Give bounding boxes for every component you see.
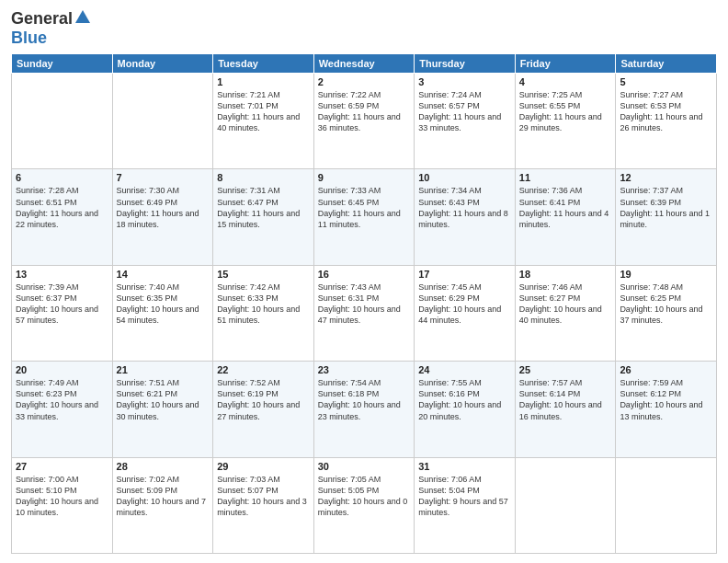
day-info: Sunrise: 7:31 AM Sunset: 6:47 PM Dayligh…	[217, 185, 310, 230]
logo: General Blue	[11, 9, 90, 48]
day-info: Sunrise: 7:21 AM Sunset: 7:01 PM Dayligh…	[217, 89, 310, 134]
day-cell: 7Sunrise: 7:30 AM Sunset: 6:49 PM Daylig…	[112, 169, 213, 265]
header: General Blue	[11, 9, 717, 48]
week-row-3: 13Sunrise: 7:39 AM Sunset: 6:37 PM Dayli…	[12, 265, 717, 361]
day-cell: 25Sunrise: 7:57 AM Sunset: 6:14 PM Dayli…	[515, 362, 616, 457]
day-cell: 31Sunrise: 7:06 AM Sunset: 5:04 PM Dayli…	[415, 457, 516, 553]
day-info: Sunrise: 7:55 AM Sunset: 6:16 PM Dayligh…	[418, 377, 511, 422]
day-number: 11	[519, 172, 612, 183]
header-cell-friday: Friday	[515, 54, 616, 74]
header-cell-thursday: Thursday	[415, 54, 516, 74]
day-info: Sunrise: 7:34 AM Sunset: 6:43 PM Dayligh…	[418, 185, 511, 230]
week-row-5: 27Sunrise: 7:00 AM Sunset: 5:10 PM Dayli…	[12, 457, 717, 553]
day-number: 8	[217, 172, 310, 183]
day-cell: 16Sunrise: 7:43 AM Sunset: 6:31 PM Dayli…	[313, 265, 415, 361]
day-number: 12	[620, 172, 712, 183]
day-info: Sunrise: 7:27 AM Sunset: 6:53 PM Dayligh…	[620, 89, 712, 134]
day-info: Sunrise: 7:28 AM Sunset: 6:51 PM Dayligh…	[16, 185, 108, 230]
day-number: 10	[418, 172, 511, 183]
header-row: SundayMondayTuesdayWednesdayThursdayFrid…	[12, 54, 717, 74]
day-cell: 4Sunrise: 7:25 AM Sunset: 6:55 PM Daylig…	[515, 74, 616, 169]
day-cell: 1Sunrise: 7:21 AM Sunset: 7:01 PM Daylig…	[213, 74, 314, 169]
day-cell: 10Sunrise: 7:34 AM Sunset: 6:43 PM Dayli…	[415, 169, 516, 265]
day-number: 19	[620, 269, 712, 280]
day-info: Sunrise: 7:03 AM Sunset: 5:07 PM Dayligh…	[217, 474, 310, 519]
day-info: Sunrise: 7:02 AM Sunset: 5:09 PM Dayligh…	[117, 474, 210, 519]
day-info: Sunrise: 7:30 AM Sunset: 6:49 PM Dayligh…	[117, 185, 210, 230]
day-info: Sunrise: 7:59 AM Sunset: 6:12 PM Dayligh…	[620, 377, 712, 422]
day-number: 31	[418, 461, 511, 472]
day-info: Sunrise: 7:06 AM Sunset: 5:04 PM Dayligh…	[418, 474, 511, 519]
day-cell: 13Sunrise: 7:39 AM Sunset: 6:37 PM Dayli…	[12, 265, 113, 361]
header-cell-sunday: Sunday	[12, 54, 113, 74]
day-info: Sunrise: 7:48 AM Sunset: 6:25 PM Dayligh…	[620, 282, 712, 327]
day-info: Sunrise: 7:52 AM Sunset: 6:19 PM Dayligh…	[217, 377, 310, 422]
day-number: 6	[16, 172, 108, 183]
day-info: Sunrise: 7:49 AM Sunset: 6:23 PM Dayligh…	[16, 377, 108, 422]
day-number: 26	[620, 364, 712, 375]
day-info: Sunrise: 7:46 AM Sunset: 6:27 PM Dayligh…	[519, 282, 612, 327]
header-cell-tuesday: Tuesday	[213, 54, 314, 74]
day-number: 18	[519, 269, 612, 280]
day-number: 24	[418, 364, 511, 375]
day-cell: 14Sunrise: 7:40 AM Sunset: 6:35 PM Dayli…	[112, 265, 213, 361]
day-info: Sunrise: 7:24 AM Sunset: 6:57 PM Dayligh…	[418, 89, 511, 134]
day-number: 27	[16, 461, 108, 472]
day-info: Sunrise: 7:25 AM Sunset: 6:55 PM Dayligh…	[519, 89, 612, 134]
header-cell-wednesday: Wednesday	[313, 54, 415, 74]
day-cell	[616, 457, 717, 553]
day-info: Sunrise: 7:22 AM Sunset: 6:59 PM Dayligh…	[318, 89, 411, 134]
logo-triangle-icon	[75, 10, 90, 27]
week-row-2: 6Sunrise: 7:28 AM Sunset: 6:51 PM Daylig…	[12, 169, 717, 265]
day-cell: 24Sunrise: 7:55 AM Sunset: 6:16 PM Dayli…	[415, 362, 516, 457]
day-info: Sunrise: 7:33 AM Sunset: 6:45 PM Dayligh…	[318, 185, 411, 230]
day-number: 5	[620, 76, 712, 87]
day-cell: 19Sunrise: 7:48 AM Sunset: 6:25 PM Dayli…	[616, 265, 717, 361]
calendar-table: SundayMondayTuesdayWednesdayThursdayFrid…	[11, 53, 717, 554]
day-cell: 29Sunrise: 7:03 AM Sunset: 5:07 PM Dayli…	[213, 457, 314, 553]
day-number: 30	[318, 461, 411, 472]
day-number: 2	[318, 76, 411, 87]
day-cell: 22Sunrise: 7:52 AM Sunset: 6:19 PM Dayli…	[213, 362, 314, 457]
day-cell: 8Sunrise: 7:31 AM Sunset: 6:47 PM Daylig…	[213, 169, 314, 265]
day-cell: 18Sunrise: 7:46 AM Sunset: 6:27 PM Dayli…	[515, 265, 616, 361]
day-number: 28	[117, 461, 210, 472]
day-number: 22	[217, 364, 310, 375]
day-cell	[12, 74, 113, 169]
page: General Blue SundayMondayTuesdayWednesda…	[0, 0, 728, 563]
day-number: 17	[418, 269, 511, 280]
day-cell: 6Sunrise: 7:28 AM Sunset: 6:51 PM Daylig…	[12, 169, 113, 265]
day-number: 25	[519, 364, 612, 375]
day-cell: 2Sunrise: 7:22 AM Sunset: 6:59 PM Daylig…	[313, 74, 415, 169]
day-info: Sunrise: 7:39 AM Sunset: 6:37 PM Dayligh…	[16, 282, 108, 327]
day-cell: 28Sunrise: 7:02 AM Sunset: 5:09 PM Dayli…	[112, 457, 213, 553]
day-info: Sunrise: 7:40 AM Sunset: 6:35 PM Dayligh…	[117, 282, 210, 327]
logo-blue: Blue	[11, 29, 47, 47]
header-cell-saturday: Saturday	[616, 54, 717, 74]
day-number: 29	[217, 461, 310, 472]
day-info: Sunrise: 7:37 AM Sunset: 6:39 PM Dayligh…	[620, 185, 712, 230]
day-info: Sunrise: 7:54 AM Sunset: 6:18 PM Dayligh…	[318, 377, 411, 422]
day-cell	[515, 457, 616, 553]
day-number: 16	[318, 269, 411, 280]
day-number: 7	[117, 172, 210, 183]
week-row-4: 20Sunrise: 7:49 AM Sunset: 6:23 PM Dayli…	[12, 362, 717, 457]
day-info: Sunrise: 7:45 AM Sunset: 6:29 PM Dayligh…	[418, 282, 511, 327]
day-info: Sunrise: 7:57 AM Sunset: 6:14 PM Dayligh…	[519, 377, 612, 422]
svg-marker-0	[75, 10, 90, 23]
day-cell: 11Sunrise: 7:36 AM Sunset: 6:41 PM Dayli…	[515, 169, 616, 265]
day-number: 1	[217, 76, 310, 87]
day-number: 4	[519, 76, 612, 87]
day-number: 14	[117, 269, 210, 280]
day-cell: 26Sunrise: 7:59 AM Sunset: 6:12 PM Dayli…	[616, 362, 717, 457]
day-cell: 23Sunrise: 7:54 AM Sunset: 6:18 PM Dayli…	[313, 362, 415, 457]
day-cell: 27Sunrise: 7:00 AM Sunset: 5:10 PM Dayli…	[12, 457, 113, 553]
day-info: Sunrise: 7:51 AM Sunset: 6:21 PM Dayligh…	[117, 377, 210, 422]
week-row-1: 1Sunrise: 7:21 AM Sunset: 7:01 PM Daylig…	[12, 74, 717, 169]
logo-general: General	[11, 9, 73, 29]
day-cell: 9Sunrise: 7:33 AM Sunset: 6:45 PM Daylig…	[313, 169, 415, 265]
day-cell: 17Sunrise: 7:45 AM Sunset: 6:29 PM Dayli…	[415, 265, 516, 361]
day-cell: 21Sunrise: 7:51 AM Sunset: 6:21 PM Dayli…	[112, 362, 213, 457]
header-cell-monday: Monday	[112, 54, 213, 74]
day-number: 3	[418, 76, 511, 87]
